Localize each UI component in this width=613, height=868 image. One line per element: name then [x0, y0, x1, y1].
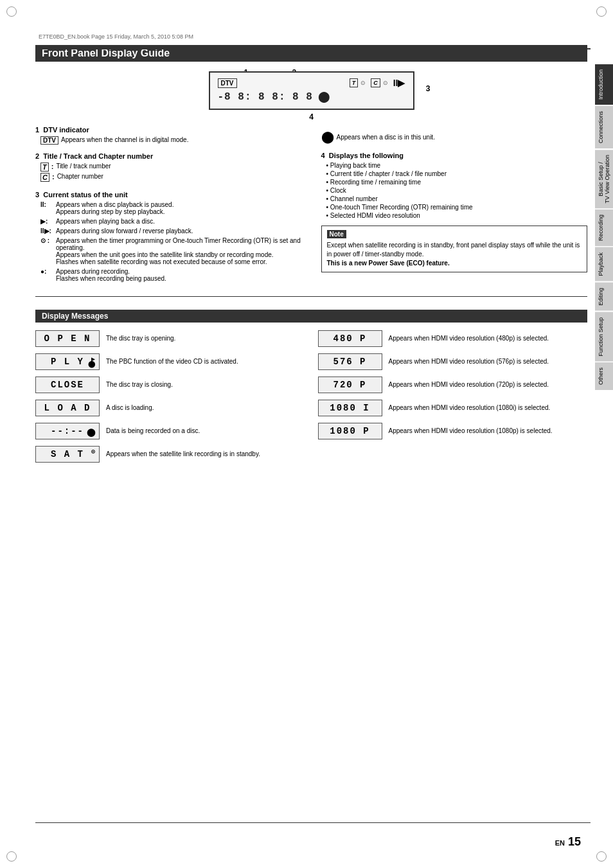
dm-text-1080p: Appears when HDMI video resolution (1080…: [389, 427, 588, 436]
dm-text-480p: Appears when HDMI video resolution (480p…: [389, 334, 588, 343]
dm-row-sat: S A T ⊙ Appears when the satellite link …: [35, 446, 305, 463]
s4-item-2: Recording time / remaining time: [326, 179, 588, 186]
time-display: -8 8: 8 8: 8 8: [218, 91, 313, 103]
play-pause-icon: II▶: [393, 78, 405, 88]
sidebar-item-recording[interactable]: Recording: [595, 209, 613, 246]
section-2-content: T : Title / track number C : Chapter num…: [40, 163, 302, 182]
disc-appears-text: Appears when a disc is in this unit.: [337, 134, 435, 141]
sidebar-item-others[interactable]: Others: [595, 362, 613, 390]
right-column: ⬤ Appears when a disc is in this unit. 4…: [321, 126, 588, 283]
dm-text-load: A disc is loading.: [106, 403, 305, 412]
bottom-border: [35, 822, 591, 824]
dm-display-sat: S A T ⊙: [35, 446, 100, 463]
timer-icon: T: [350, 78, 359, 87]
s3-slowfwd-row: II▶: Appears during slow forward / rever…: [40, 227, 302, 235]
corner-mark-bl: [6, 851, 17, 862]
dm-text-open: The disc tray is opening.: [106, 334, 305, 343]
t-desc: Title / track number: [56, 163, 301, 172]
main-content: Front Panel Display Guide 1 2 DTV T ⊙: [35, 45, 587, 469]
two-col-content: 1 DTV indicator DTV Appears when the cha…: [35, 126, 587, 283]
diagram-label-3: 3: [426, 84, 431, 93]
dm-grid: O P E N The disc tray is opening. P L Y …: [35, 330, 587, 469]
dm-text-rec: Data is being recorded on a disc.: [106, 427, 305, 436]
pause-desc: Appears when a disc playback is paused.A…: [56, 201, 302, 215]
t-icon: T: [40, 163, 49, 172]
rec-desc: Appears during recording.Flashes when re…: [56, 268, 302, 282]
file-info: E7TE0BD_EN.book Page 15 Friday, March 5,…: [39, 33, 193, 40]
note-bold: This is a new Power Save (ECO) feature.: [327, 260, 450, 267]
sidebar-item-function-setup[interactable]: Function Setup: [595, 312, 613, 362]
pause-icon: II:: [40, 201, 53, 215]
dm-display-480p: 480 P: [318, 330, 382, 347]
sidebar-item-playback[interactable]: Playback: [595, 247, 613, 281]
dm-text-close: The disc tray is closing.: [106, 380, 305, 389]
display-box: DTV T ⊙ C ⊙ II▶: [209, 71, 414, 110]
sidebar-item-editing[interactable]: Editing: [595, 283, 613, 311]
s4-item-0: Playing back time: [326, 162, 588, 169]
disc-appears: ⬤ Appears when a disc is in this unit.: [321, 130, 588, 144]
dm-row-576p: 576 P Appears when HDMI video resolution…: [318, 353, 588, 370]
corner-mark-tr: [596, 6, 607, 17]
dm-display-576p: 576 P: [318, 353, 382, 370]
section-4: 4 Displays the following Playing back ti…: [321, 152, 588, 219]
section-4-list: Playing back time Current title / chapte…: [321, 162, 588, 219]
section-3-num: 3 Current status of the unit: [35, 191, 302, 199]
sidebar-item-basic-setup[interactable]: Basic Setup /TV View Operation: [595, 150, 613, 208]
dm-right-col: 480 P Appears when HDMI video resolution…: [318, 330, 588, 469]
sidebar-item-introduction[interactable]: Introduction: [595, 64, 613, 105]
dm-display-720p: 720 P: [318, 376, 382, 393]
corner-mark-br: [596, 851, 607, 862]
timer-prog-desc: Appears when the timer programming or On…: [56, 237, 302, 265]
dm-row-720p: 720 P Appears when HDMI video resolution…: [318, 376, 588, 393]
dm-display-rec: --:-- ⬤: [35, 423, 100, 439]
dtv-label: DTV: [40, 136, 58, 145]
dm-text-sat: Appears when the satellite link recordin…: [106, 450, 305, 459]
play-icon: ▶:: [40, 218, 53, 225]
timer-prog-icon: ⊙ :: [40, 237, 53, 265]
dm-display-close: CLOSE: [35, 376, 100, 393]
dm-display-open: O P E N: [35, 330, 100, 347]
dm-text-play: The PBC function of the video CD is acti…: [106, 357, 305, 366]
s4-item-3: Clock: [326, 187, 588, 194]
s3-pause-row: II: Appears when a disc playback is paus…: [40, 201, 302, 215]
s4-item-1: Current title / chapter / track / file n…: [326, 170, 588, 177]
section-3: 3 Current status of the unit II: Appears…: [35, 191, 302, 282]
dm-row-close: CLOSE The disc tray is closing.: [35, 376, 305, 393]
note-body: Except when satellite recording is in st…: [327, 242, 580, 258]
dm-left-col: O P E N The disc tray is opening. P L Y …: [35, 330, 305, 469]
s3-play-row: ▶: Appears when playing back a disc.: [40, 218, 302, 225]
dm-display-1080p: 1080 P: [318, 423, 382, 439]
display-main-row: -8 8: 8 8: 8 8 ⬤: [218, 91, 405, 103]
c-icon: C: [40, 173, 49, 182]
page-num-value: 15: [568, 835, 581, 848]
section-1-num: 1 DTV indicator: [35, 126, 302, 134]
chapter-icon: C: [371, 78, 380, 87]
disc-symbol: ⬤: [321, 130, 334, 144]
corner-mark-tl: [6, 6, 17, 17]
sidebar-item-connections[interactable]: Connections: [595, 106, 613, 148]
slow-fwd-icon: II▶:: [40, 227, 53, 235]
dm-text-1080i: Appears when HDMI video resolution (1080…: [389, 403, 588, 412]
page-number: EN 15: [555, 835, 581, 849]
dm-row-1080i: 1080 I Appears when HDMI video resolutio…: [318, 400, 588, 416]
dm-row-480p: 480 P Appears when HDMI video resolution…: [318, 330, 588, 347]
s4-item-4: Channel number: [326, 195, 588, 202]
section-1-content: DTV Appears when the channel is in digit…: [40, 136, 302, 145]
section-2-c-row: C : Chapter number: [40, 173, 302, 182]
c-desc: Chapter number: [57, 173, 302, 182]
section-1: 1 DTV indicator DTV Appears when the cha…: [35, 126, 302, 145]
note-text: Except when satellite recording is in st…: [327, 241, 582, 268]
dtv-indicator: DTV: [218, 78, 237, 88]
dm-header: Display Messages: [35, 310, 587, 323]
dm-row-play: P L Y ▶ ⬤ The PBC function of the video …: [35, 353, 305, 370]
disc-icon: ⬤: [318, 91, 331, 103]
dm-row-1080p: 1080 P Appears when HDMI video resolutio…: [318, 423, 588, 439]
display-diagram: 1 2 DTV T ⊙ C ⊙: [35, 71, 587, 110]
dm-display-load: L O A D: [35, 400, 100, 416]
sat-icon: ⊙: [91, 448, 96, 456]
slow-fwd-desc: Appears during slow forward / reverse pl…: [56, 227, 302, 235]
dm-display-play: P L Y ▶ ⬤: [35, 353, 100, 370]
section-divider: [35, 296, 587, 297]
s4-item-5: One-touch Timer Recording (OTR) remainin…: [326, 204, 588, 211]
page-en-label: EN: [555, 839, 565, 847]
